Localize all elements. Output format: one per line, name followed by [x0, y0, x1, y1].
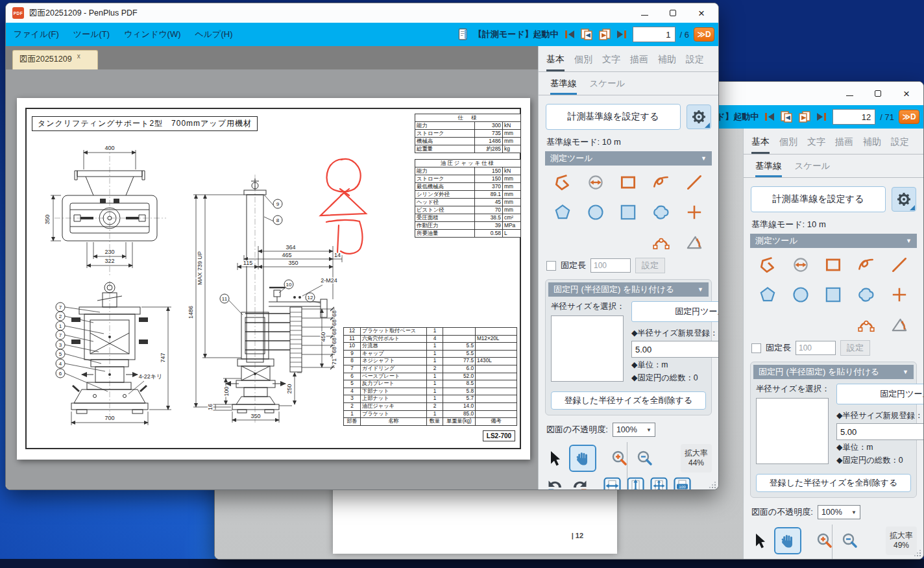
delete-all-radius-button[interactable]: 登録した半径サイズを全削除する: [551, 391, 706, 410]
polyline-measure-tool[interactable]: [751, 251, 784, 278]
menu-file[interactable]: ファイル(F): [14, 29, 59, 40]
freehand-measure-tool[interactable]: [645, 169, 678, 196]
radius-size-listbox[interactable]: [551, 315, 624, 382]
angle-measure-tool[interactable]: [677, 228, 711, 256]
fixed-length-set-button[interactable]: 設定: [840, 340, 870, 356]
pdf-page[interactable]: 4003502303227477004-22キリMAX 739 UP148636…: [17, 98, 530, 460]
actual-size-button[interactable]: 100: [674, 477, 691, 490]
circle-tool-switch-button[interactable]: 固定円ツール切替: [836, 384, 924, 404]
circle-area-tool[interactable]: [784, 281, 818, 308]
rectangle-measure-tool[interactable]: [612, 169, 645, 196]
tab-settings[interactable]: 設定: [686, 54, 704, 71]
resize-grip[interactable]: [714, 487, 716, 488]
tab-assist[interactable]: 補助: [863, 136, 881, 154]
set-baseline-button[interactable]: 計測基準線を設定する: [751, 186, 886, 212]
delete-all-radius-button[interactable]: 登録した半径サイズを全削除する: [756, 474, 911, 492]
tab-draw[interactable]: 描画: [630, 54, 648, 71]
circle-area-tool[interactable]: [579, 199, 613, 226]
radius-size-listbox[interactable]: [756, 398, 829, 464]
last-page-button[interactable]: [816, 111, 828, 123]
opacity-select[interactable]: 100% ▼: [613, 423, 655, 437]
first-page-button[interactable]: [563, 29, 576, 40]
measure-tools-dropdown[interactable]: 測定ツール ▼: [750, 234, 917, 248]
fit-width-button[interactable]: [603, 477, 621, 490]
tab-basic[interactable]: 基本: [751, 136, 770, 154]
fixed-circle-dropdown[interactable]: 固定円 (半径固定) を貼り付ける ▼: [548, 282, 709, 297]
menu-help[interactable]: ヘルプ(H): [195, 29, 233, 40]
radius-value-input[interactable]: [836, 423, 924, 440]
baseline-settings-button[interactable]: [892, 187, 916, 212]
fixed-length-set-button[interactable]: 設定: [635, 258, 665, 273]
fit-page-button[interactable]: [650, 477, 668, 490]
fixed-circle-dropdown[interactable]: 固定円 (半径固定) を貼り付ける ▼: [753, 365, 914, 379]
freehand-measure-tool[interactable]: [850, 251, 883, 278]
angle-measure-tool[interactable]: [882, 311, 916, 338]
fast-forward-button[interactable]: ≫D: [899, 110, 919, 124]
tab-individual[interactable]: 個別: [779, 136, 797, 154]
menu-window[interactable]: ウィンドウ(W): [124, 29, 180, 40]
opacity-select[interactable]: 100% ▼: [818, 505, 860, 519]
fit-height-button[interactable]: [627, 477, 644, 490]
redo-button[interactable]: [570, 477, 590, 490]
zoom-out-button[interactable]: [635, 449, 655, 468]
document-tab[interactable]: 図面20251209 x: [12, 50, 98, 69]
subtab-baseline[interactable]: 基準線: [755, 160, 782, 177]
close-button[interactable]: ×: [687, 3, 716, 23]
last-page-button[interactable]: [616, 29, 628, 40]
first-page-button[interactable]: [763, 111, 775, 123]
rectangle-measure-tool[interactable]: [817, 251, 850, 278]
menu-tools[interactable]: ツール(T): [73, 29, 110, 40]
undo-button[interactable]: [545, 477, 565, 490]
tab-individual[interactable]: 個別: [574, 54, 592, 71]
tab-assist[interactable]: 補助: [658, 54, 676, 71]
radius-value-input[interactable]: [631, 341, 719, 358]
zoom-out-button[interactable]: [840, 531, 860, 550]
tab-text[interactable]: 文字: [807, 136, 825, 154]
close-button[interactable]: ×: [892, 82, 921, 105]
polygon-area-tool[interactable]: [546, 199, 579, 226]
fixed-length-input[interactable]: [796, 341, 836, 355]
diameter-measure-tool[interactable]: [784, 251, 818, 278]
rectangle-area-tool[interactable]: [817, 281, 850, 308]
line-measure-tool[interactable]: [882, 251, 916, 278]
tab-close-icon[interactable]: x: [77, 53, 80, 60]
hand-pan-tool[interactable]: [774, 527, 801, 554]
fixed-length-checkbox[interactable]: [751, 343, 761, 353]
fixed-length-checkbox[interactable]: [546, 261, 556, 271]
freeform-area-tool[interactable]: [850, 281, 883, 308]
subtab-baseline[interactable]: 基準線: [550, 78, 577, 95]
tab-text[interactable]: 文字: [602, 54, 620, 71]
freeform-area-tool[interactable]: [645, 199, 678, 226]
tab-draw[interactable]: 描画: [835, 136, 853, 154]
polygon-area-tool[interactable]: [751, 281, 784, 308]
fast-forward-button[interactable]: ≫D: [694, 27, 714, 42]
prev-page-button[interactable]: [779, 110, 794, 123]
prev-page-button[interactable]: [579, 28, 594, 41]
tab-basic[interactable]: 基本: [546, 54, 565, 71]
maximize-button[interactable]: [659, 3, 687, 23]
line-measure-tool[interactable]: [677, 169, 711, 196]
subtab-scale[interactable]: スケール: [795, 160, 831, 177]
select-cursor-tool[interactable]: [545, 449, 563, 467]
tab-settings[interactable]: 設定: [891, 136, 909, 154]
page-number-input[interactable]: [633, 27, 675, 42]
polyline-measure-tool[interactable]: [546, 169, 579, 196]
next-page-button[interactable]: [797, 110, 812, 123]
minimize-button[interactable]: [630, 3, 659, 23]
document-area[interactable]: 4003502303227477004-22キリMAX 739 UP148636…: [6, 69, 538, 490]
subtab-scale[interactable]: スケール: [590, 78, 626, 95]
rectangle-area-tool[interactable]: [612, 199, 645, 226]
arc-measure-tool[interactable]: [645, 228, 678, 256]
set-baseline-button[interactable]: 計測基準線を設定する: [546, 104, 681, 130]
resize-grip[interactable]: [919, 555, 921, 556]
page-number-input[interactable]: [833, 109, 875, 125]
arc-measure-tool[interactable]: [850, 311, 883, 338]
fixed-length-input[interactable]: [590, 258, 631, 273]
crosshair-tool[interactable]: [677, 199, 711, 226]
baseline-settings-button[interactable]: [687, 105, 711, 129]
maximize-button[interactable]: [864, 82, 892, 105]
diameter-measure-tool[interactable]: [579, 169, 613, 196]
measure-tools-dropdown[interactable]: 測定ツール ▼: [545, 151, 712, 166]
minimize-button[interactable]: [835, 82, 864, 105]
crosshair-tool[interactable]: [882, 281, 916, 308]
